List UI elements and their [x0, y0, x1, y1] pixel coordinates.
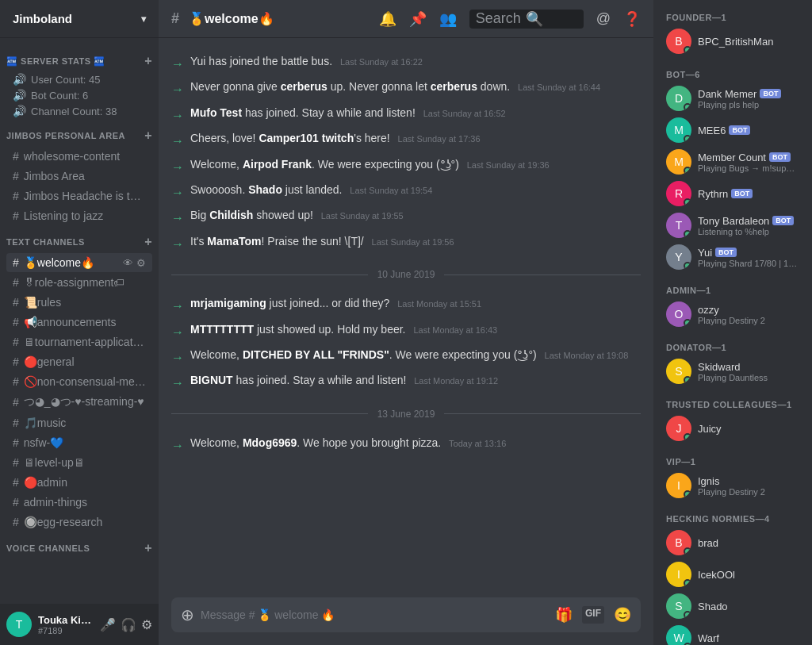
member-ignis[interactable]: I Ignis Playing Destiny 2: [660, 470, 806, 501]
join-arrow-icon: →: [171, 107, 184, 125]
bell-icon[interactable]: 🔔: [379, 10, 396, 28]
emoji-icon[interactable]: 😊: [614, 606, 631, 624]
member-bpc-britishman[interactable]: B BPC_BritishMan: [660, 25, 806, 57]
online-status-dot: [684, 135, 691, 143]
voice-channels-header[interactable]: VOICE CHANNELS +: [0, 538, 159, 559]
message-11: → Welcome, DITCHED BY ALL "FRINDS". We w…: [171, 344, 641, 370]
channel-admin-things[interactable]: # admin-things: [6, 493, 152, 512]
headphone-icon[interactable]: 🎧: [121, 617, 136, 632]
member-yui[interactable]: Y Yui BOT Playing Shard 17/80 | 1,822 gu…: [660, 241, 806, 273]
hash-icon: #: [13, 296, 19, 309]
member-section-trusted: TRUSTED COLLEAGUES—1: [660, 387, 806, 413]
online-status-dot: [684, 319, 691, 327]
member-name: BPC_BritishMan: [698, 36, 773, 48]
channel-role-assignment[interactable]: # 🎖role-assignment🏷: [6, 273, 152, 292]
channel-egg-research[interactable]: # 🔘egg-research: [6, 513, 152, 532]
member-member-count[interactable]: M Member Count BOT Playing Bugs → m!supp…: [660, 146, 806, 178]
gif-icon[interactable]: GIF: [582, 606, 604, 624]
channel-admin[interactable]: # 🔴admin: [6, 473, 152, 492]
channel-jimbos-headache[interactable]: # Jimbos Headache is too ...: [6, 186, 152, 205]
online-status-dot: [684, 167, 691, 175]
member-info: ozzy Playing Destiny 2: [698, 304, 799, 325]
online-status-dot: [684, 579, 691, 587]
attach-button[interactable]: ⊕: [181, 605, 194, 624]
hash-icon: #: [13, 456, 19, 469]
member-warf[interactable]: W Warf: [660, 622, 806, 645]
channel-announcements[interactable]: # 📢announcements: [6, 313, 152, 332]
stat-user-count: 🔊 User Count: 45: [0, 71, 159, 87]
join-arrow-icon: →: [171, 132, 184, 150]
add-personal-channel-btn[interactable]: +: [144, 129, 152, 143]
channel-general[interactable]: # 🔴general: [6, 352, 152, 371]
channel-listening-jazz[interactable]: # Listening to jazz: [6, 206, 152, 225]
channel-nsfw[interactable]: # nsfw-💙: [6, 433, 152, 452]
message-time: Last Monday at 19:08: [545, 351, 629, 360]
bot-badge: BOT: [772, 216, 794, 225]
hash-icon: #: [13, 436, 19, 449]
add-channel-btn[interactable]: +: [144, 54, 152, 68]
member-info: Skidward Playing Dauntless: [698, 361, 799, 382]
at-icon[interactable]: @: [596, 10, 611, 27]
hash-icon: #: [13, 336, 19, 348]
online-status-dot: [684, 490, 691, 498]
channel-music[interactable]: # 🎵music: [6, 413, 152, 432]
channel-tournament[interactable]: # 🖥tournament-application: [6, 332, 152, 351]
server-sidebar: Jimboland ▾ 🏧 SERVER STATS 🏧 + 🔊 User Co…: [0, 0, 159, 645]
channel-level-up[interactable]: # 🖥level-up🖥: [6, 453, 152, 472]
join-arrow-icon: →: [171, 209, 184, 227]
member-tony[interactable]: T Tony Bardaleon BOT Listening to %help: [660, 209, 806, 241]
member-info: Dank Memer BOT Playing pls help: [698, 88, 799, 109]
hash-icon: #: [13, 209, 19, 222]
channel-jimbos-area[interactable]: # Jimbos Area: [6, 167, 152, 186]
server-chevron: ▾: [141, 13, 146, 25]
member-info: MEE6 BOT: [698, 125, 799, 136]
members-icon[interactable]: 👥: [439, 10, 457, 28]
user-info: Touka Kirish... #7189: [38, 614, 94, 635]
member-name: Ignis: [698, 475, 719, 487]
join-arrow-icon: →: [171, 236, 184, 253]
add-text-channel-btn[interactable]: +: [144, 235, 152, 249]
hash-icon: #: [13, 276, 19, 289]
member-status: Playing Bugs → m!support | bit.ly/...: [698, 163, 799, 173]
channel-title: 🏅welcome🔥: [189, 11, 274, 26]
message-time: Last Sunday at 19:56: [372, 237, 454, 247]
member-brad[interactable]: B brad: [660, 527, 806, 559]
channel-rules[interactable]: # 📜rules: [6, 293, 152, 312]
user-controls: 🎤 🎧 ⚙: [100, 617, 152, 632]
help-icon[interactable]: ❓: [623, 10, 641, 28]
message-time: Today at 13:16: [449, 439, 506, 448]
channel-streaming[interactable]: # つ◕_◕つ-♥-streaming-♥: [6, 392, 152, 413]
server-header[interactable]: Jimboland ▾: [0, 0, 159, 38]
member-mee6[interactable]: M MEE6 BOT: [660, 114, 806, 146]
member-skidward[interactable]: S Skidward Playing Dauntless: [660, 355, 806, 387]
message-13: → Welcome, Mdog6969. We hope you brought…: [171, 432, 641, 458]
add-voice-channel-btn[interactable]: +: [144, 541, 152, 555]
member-juicy[interactable]: J Juicy: [660, 413, 806, 444]
message-10: → MTTTTTTTT just showed up. Hold my beer…: [171, 319, 641, 344]
pin-icon[interactable]: 📌: [409, 10, 427, 28]
message-2: → Never gonna give cerberus up. Never go…: [171, 76, 641, 102]
channel-wholesome-content[interactable]: # wholesome-content: [6, 147, 152, 166]
hash-icon: #: [13, 375, 19, 388]
member-icekool[interactable]: I IcekOOl: [660, 559, 806, 590]
member-shado[interactable]: S Shado: [660, 590, 806, 622]
server-stats-header[interactable]: 🏧 SERVER STATS 🏧 +: [0, 51, 159, 71]
text-channels-header[interactable]: TEXT CHANNELS +: [0, 232, 159, 252]
message-4: → Cheers, love! Camper101 twitch's here!…: [171, 128, 641, 153]
member-dank-memer[interactable]: D Dank Memer BOT Playing pls help: [660, 83, 806, 114]
avatar: J: [666, 416, 691, 441]
channel-welcome[interactable]: # 🏅welcome🔥 👁 ⚙: [6, 253, 152, 272]
hash-icon: #: [13, 476, 19, 489]
settings-icon[interactable]: ⚙: [141, 617, 152, 632]
member-section-founder: FOUNDER—1: [660, 13, 806, 25]
gift-icon[interactable]: 🎁: [555, 606, 573, 624]
search-box[interactable]: Search 🔍: [469, 10, 584, 29]
message-input[interactable]: [201, 609, 549, 621]
microphone-icon[interactable]: 🎤: [100, 617, 116, 632]
member-ozzy[interactable]: O ozzy Playing Destiny 2: [660, 298, 806, 330]
channel-non-consensual[interactable]: # 🚫non-consensual-mem...: [6, 372, 152, 391]
message-time: Last Monday at 19:12: [414, 376, 498, 386]
hash-icon: #: [13, 496, 19, 509]
member-rythrn[interactable]: R Rythrn BOT: [660, 178, 806, 209]
personal-area-header[interactable]: JIMBOS PERSONAL AREA +: [0, 125, 159, 146]
